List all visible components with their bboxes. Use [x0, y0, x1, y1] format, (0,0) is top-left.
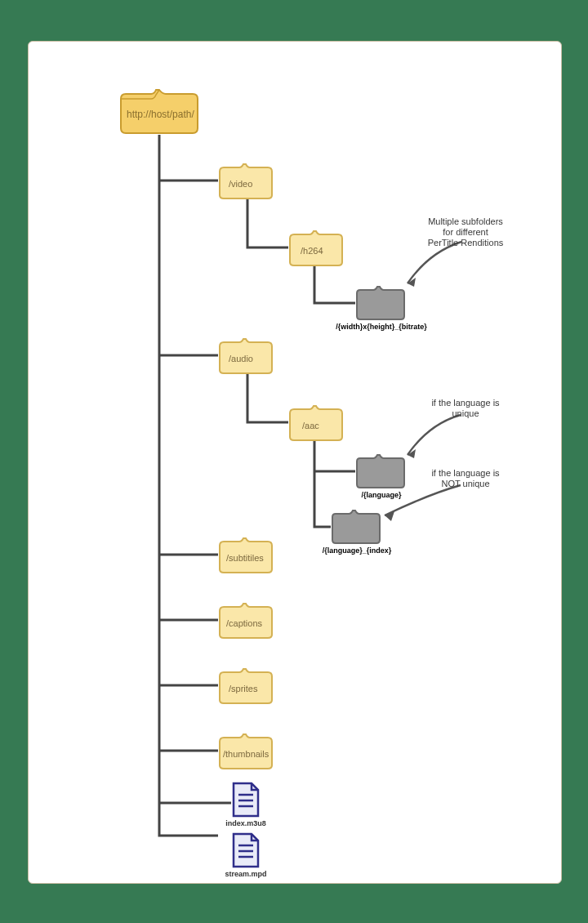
- diagram-stage: http://host/path/ /video /h264 /{width}x…: [29, 42, 561, 883]
- folder-audio-language-index: [331, 509, 381, 545]
- note-pertitle-l1: Multiple subfolders: [428, 216, 503, 226]
- folder-subtitles-label: /subtitiles: [226, 553, 264, 563]
- connectors: [29, 42, 561, 883]
- note-lang-not-unique: if the language is NOT unique: [404, 468, 527, 489]
- folder-audio-label: /audio: [229, 354, 253, 363]
- folder-audio-language-label: /{language}: [324, 491, 439, 499]
- folder-thumbnails-label: /thumbnails: [223, 749, 269, 759]
- diagram-card: http://host/path/ /video /h264 /{width}x…: [28, 41, 562, 884]
- note-lang-not-unique-l2: NOT unique: [441, 479, 489, 488]
- file-index-m3u8: [231, 782, 261, 818]
- folder-captions-label: /captions: [226, 618, 262, 628]
- folder-aac-label: /aac: [302, 421, 319, 430]
- folder-video-label: /video: [229, 179, 252, 189]
- file-stream-mpd: [231, 832, 261, 868]
- note-lang-unique: if the language is unique: [404, 398, 527, 419]
- page: http://host/path/ /video /h264 /{width}x…: [0, 0, 588, 923]
- note-pertitle-l3: PerTitle Renditions: [428, 238, 504, 247]
- folder-root-label: http://host/path/: [127, 109, 194, 120]
- note-pertitle-l2: for different: [443, 227, 488, 237]
- file-index-label: index.m3u8: [213, 819, 278, 827]
- folder-video-rendition: [355, 285, 406, 321]
- file-stream-label: stream.mpd: [213, 870, 278, 878]
- folder-video-rendition-label: /{width}x{height}_{bitrate}: [324, 323, 439, 331]
- note-lang-unique-l1: if the language is: [431, 398, 499, 408]
- note-lang-unique-l2: unique: [452, 408, 479, 418]
- note-pertitle: Multiple subfolders for different PerTit…: [404, 216, 527, 248]
- folder-audio-language: [355, 453, 406, 489]
- note-lang-not-unique-l1: if the language is: [431, 468, 499, 478]
- folder-audio-language-index-label: /{language}_{index}: [300, 546, 414, 555]
- folder-sprites-label: /sprites: [229, 684, 257, 693]
- folder-h264-label: /h264: [301, 246, 323, 256]
